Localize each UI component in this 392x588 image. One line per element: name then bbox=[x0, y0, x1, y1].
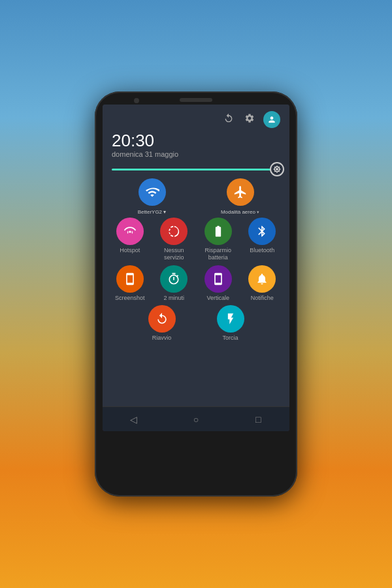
rotate-label: Verticale bbox=[206, 295, 229, 302]
timer-label: 2 minuti bbox=[163, 295, 184, 302]
screenshot-circle bbox=[116, 265, 144, 293]
tile-airplane[interactable] bbox=[221, 178, 260, 208]
brightness-track[interactable] bbox=[112, 169, 280, 171]
hotspot-label: Hotspot bbox=[120, 247, 140, 254]
tile-hotspot[interactable]: Hotspot bbox=[110, 218, 150, 261]
bluetooth-circle bbox=[248, 218, 276, 245]
torch-label: Torcia bbox=[222, 335, 238, 342]
rotate-circle bbox=[204, 265, 232, 293]
wifi-circle bbox=[139, 178, 166, 206]
back-button[interactable]: ◁ bbox=[121, 414, 147, 425]
wifi-airplane-row bbox=[108, 178, 284, 208]
phone-camera bbox=[134, 98, 139, 103]
network-sublabel-row: BetterYG2 ▾ Modalità aereo ▾ bbox=[108, 209, 284, 215]
top-icons bbox=[112, 111, 280, 128]
reboot-circle bbox=[148, 305, 176, 333]
tile-timer[interactable]: 2 minuti bbox=[154, 265, 193, 302]
reboot-label: Riavvio bbox=[152, 335, 172, 342]
hotspot-circle bbox=[116, 218, 144, 245]
top-panel: 20:30 domenica 31 maggio bbox=[103, 105, 289, 163]
tile-rotate[interactable]: Verticale bbox=[199, 265, 238, 302]
tile-noservice[interactable]: Nessun servizio bbox=[154, 218, 193, 261]
battery-label: Risparmio batteria bbox=[199, 247, 238, 261]
recent-button[interactable]: □ bbox=[245, 414, 271, 425]
tiles-row-3: Screenshot 2 minuti bbox=[108, 265, 284, 302]
battery-circle bbox=[204, 218, 232, 245]
airplane-circle bbox=[227, 178, 254, 206]
time-display: 20:30 bbox=[112, 132, 280, 149]
settings-icon[interactable] bbox=[242, 111, 257, 125]
bluetooth-label: Bluetooth bbox=[250, 247, 274, 254]
phone-screen: 20:30 domenica 31 maggio bbox=[103, 105, 289, 431]
tile-wifi[interactable] bbox=[133, 178, 172, 208]
notifiche-circle bbox=[248, 265, 276, 293]
tile-reboot[interactable]: Riavvio bbox=[142, 305, 182, 342]
phone-top-bar bbox=[95, 91, 297, 105]
tile-torch[interactable]: Torcia bbox=[211, 305, 250, 342]
date-display: domenica 31 maggio bbox=[112, 150, 280, 158]
user-icon[interactable] bbox=[263, 111, 280, 128]
airplane-sublabel: Modalità aereo ▾ bbox=[221, 209, 260, 215]
brightness-thumb[interactable] bbox=[270, 162, 284, 176]
wifi-sublabel: BetterYG2 ▾ bbox=[133, 209, 172, 215]
brightness-slider-row bbox=[103, 163, 289, 176]
tile-notifiche[interactable]: Notifiche bbox=[242, 265, 282, 302]
rotation-icon[interactable] bbox=[221, 111, 236, 125]
torch-circle bbox=[217, 305, 244, 333]
tile-bluetooth[interactable]: Bluetooth bbox=[242, 218, 282, 261]
airplane-mode-label: Modalità aereo bbox=[221, 209, 255, 215]
tiles-row-4: Riavvio Torcia bbox=[108, 305, 284, 342]
phone-nav-bar: ◁ ○ □ bbox=[103, 406, 289, 431]
screenshot-label: Screenshot bbox=[115, 295, 145, 302]
tiles-row-2: Hotspot Nessun servizio bbox=[108, 218, 284, 261]
noservice-label: Nessun servizio bbox=[154, 247, 193, 261]
wifi-network-name: BetterYG2 ▾ bbox=[138, 209, 167, 215]
quick-settings-grid: BetterYG2 ▾ Modalità aereo ▾ Hotspot bbox=[103, 176, 289, 406]
home-button[interactable]: ○ bbox=[183, 414, 209, 425]
phone-device: 20:30 domenica 31 maggio bbox=[95, 91, 297, 497]
notifiche-label: Notifiche bbox=[251, 295, 274, 302]
noservice-circle bbox=[160, 218, 188, 245]
tile-screenshot[interactable]: Screenshot bbox=[110, 265, 150, 302]
tile-battery[interactable]: Risparmio batteria bbox=[199, 218, 238, 261]
timer-circle bbox=[160, 265, 188, 293]
phone-speaker bbox=[180, 98, 212, 102]
